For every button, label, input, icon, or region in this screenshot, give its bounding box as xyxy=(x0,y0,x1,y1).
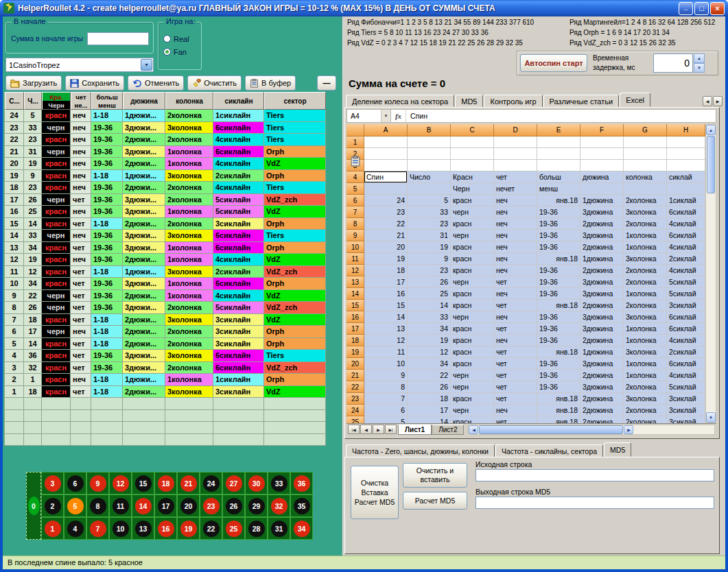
column-header-E[interactable]: E xyxy=(537,124,580,136)
board-cell-1[interactable]: 1 xyxy=(41,517,64,540)
board-cell-12[interactable]: 12 xyxy=(109,472,132,494)
board-cell-21[interactable]: 21 xyxy=(177,472,200,494)
column-header-B[interactable]: B xyxy=(408,124,451,136)
cell-C6[interactable]: красн xyxy=(451,195,494,206)
board-cell-29[interactable]: 29 xyxy=(245,494,268,517)
md5-clear-and-paste-button[interactable]: Очистить и вставить xyxy=(403,463,467,488)
scroll-up-icon[interactable]: ▲ xyxy=(706,125,716,135)
cell-C5[interactable]: Черн xyxy=(451,183,494,195)
row-header-10[interactable]: 10 xyxy=(347,241,364,253)
cell-D7[interactable]: неч xyxy=(494,206,537,218)
cell-A25[interactable]: 5 xyxy=(364,416,408,423)
board-cell-13[interactable]: 13 xyxy=(132,517,154,540)
start-sum-input[interactable] xyxy=(87,32,149,45)
row-header-21[interactable]: 21 xyxy=(347,370,364,381)
cell-B25[interactable]: 14 xyxy=(408,416,451,423)
cell-C24[interactable]: черн xyxy=(451,405,494,416)
clean-button[interactable]: Очистить xyxy=(187,75,242,91)
cell-G4[interactable]: колонка xyxy=(624,171,667,183)
column-header-D[interactable]: D xyxy=(494,124,537,136)
cell-C13[interactable]: черн xyxy=(451,276,494,288)
cell-C22[interactable]: черн xyxy=(451,381,494,393)
cell-G23[interactable]: 3колонка xyxy=(624,393,667,405)
cell-C1[interactable] xyxy=(451,136,494,148)
sheet-nav-button-3[interactable]: ▶| xyxy=(385,425,397,434)
cell-D18[interactable]: неч xyxy=(494,335,537,346)
column-header-A[interactable]: A xyxy=(364,124,408,136)
cell-C20[interactable]: красн xyxy=(451,358,494,370)
cell-D20[interactable]: чет xyxy=(494,358,537,370)
cell-B1[interactable] xyxy=(408,136,451,148)
cell-H17[interactable]: 6сиклай xyxy=(667,323,705,335)
tab-scroll-right-button[interactable]: ▶ xyxy=(713,96,723,106)
sheet-tab-Лист1[interactable]: Лист1 xyxy=(398,425,432,435)
clipboard-button[interactable]: В буфер xyxy=(245,75,296,91)
cell-C15[interactable]: красн xyxy=(451,300,494,311)
cell-F24[interactable]: 2дюжина xyxy=(580,405,624,416)
cell-C7[interactable]: черн xyxy=(451,206,494,218)
combobox-dropdown-icon[interactable]: ▼ xyxy=(141,59,152,71)
cell-F21[interactable]: 2дюжина xyxy=(580,370,624,381)
cell-C9[interactable]: черн xyxy=(451,230,494,241)
cell-B7[interactable]: 33 xyxy=(408,206,451,218)
cell-F8[interactable]: 2дюжина xyxy=(580,218,624,230)
row-header-19[interactable]: 19 xyxy=(347,346,364,358)
cell-H11[interactable]: 2сиклай xyxy=(667,253,705,265)
cell-E5[interactable]: менш xyxy=(537,183,580,195)
sheet-tab-Лист2[interactable]: Лист2 xyxy=(432,425,464,435)
cell-A3[interactable] xyxy=(364,160,408,171)
cell-E11[interactable]: янв.18 xyxy=(537,253,580,265)
maximize-button[interactable]: □ xyxy=(694,2,709,15)
tab-MD5[interactable]: MD5 xyxy=(455,95,483,107)
column-header-F[interactable]: F xyxy=(580,124,624,136)
cell-H8[interactable]: 4сиклай xyxy=(667,218,705,230)
folder-open-button[interactable]: Загрузить xyxy=(5,75,62,91)
cell-F20[interactable]: 3дюжина xyxy=(580,358,624,370)
cell-C17[interactable]: красн xyxy=(451,323,494,335)
cell-G2[interactable] xyxy=(624,148,667,160)
row-header-25[interactable]: 25 xyxy=(347,416,364,423)
tab-Частота - сиклайны, сектора[interactable]: Частота - сиклайны, сектора xyxy=(495,444,603,457)
cell-A1[interactable] xyxy=(364,136,408,148)
cell-D8[interactable]: неч xyxy=(494,218,537,230)
cell-C12[interactable]: красн xyxy=(451,265,494,276)
cell-F4[interactable]: дюжина xyxy=(580,171,624,183)
cell-E3[interactable] xyxy=(537,160,580,171)
cell-H3[interactable] xyxy=(667,160,705,171)
cell-G3[interactable] xyxy=(624,160,667,171)
board-cell-28[interactable]: 28 xyxy=(245,517,268,540)
cell-E15[interactable]: янв.18 xyxy=(537,300,580,311)
board-cell-25[interactable]: 25 xyxy=(222,517,245,540)
cell-F5[interactable] xyxy=(580,183,624,195)
cell-D5[interactable]: нечет xyxy=(494,183,537,195)
row-header-15[interactable]: 15 xyxy=(347,300,364,311)
cell-A21[interactable]: 9 xyxy=(364,370,408,381)
cell-D21[interactable]: чет xyxy=(494,370,537,381)
cell-C3[interactable] xyxy=(451,160,494,171)
title-bar[interactable]: HelperRoullet 4.2 - create helperroullet… xyxy=(0,0,728,16)
cell-A12[interactable]: 18 xyxy=(364,265,408,276)
cell-D16[interactable]: неч xyxy=(494,311,537,323)
board-cell-2[interactable]: 2 xyxy=(41,494,64,517)
cell-G25[interactable]: 2колонка xyxy=(624,416,667,423)
cell-E17[interactable]: 19-36 xyxy=(537,323,580,335)
column-header-C[interactable]: C xyxy=(451,124,494,136)
collapse-button[interactable]: — xyxy=(317,75,336,91)
cell-D4[interactable]: чет xyxy=(494,171,537,183)
board-cell-17[interactable]: 17 xyxy=(154,494,177,517)
cell-G18[interactable]: 1колонка xyxy=(624,335,667,346)
cell-G13[interactable]: 2колонка xyxy=(624,276,667,288)
delay-up-button[interactable]: ▲ xyxy=(694,53,705,63)
cell-A9[interactable]: 21 xyxy=(364,230,408,241)
cell-E13[interactable]: 19-36 xyxy=(537,276,580,288)
cell-E6[interactable]: янв.18 xyxy=(537,195,580,206)
cell-F19[interactable]: 1дюжина xyxy=(580,346,624,358)
row-header-11[interactable]: 11 xyxy=(347,253,364,265)
row-header-16[interactable]: 16 xyxy=(347,311,364,323)
cell-B14[interactable]: 25 xyxy=(408,288,451,300)
board-cell-24[interactable]: 24 xyxy=(200,472,222,494)
cell-H16[interactable]: 6сиклай xyxy=(667,311,705,323)
delay-down-button[interactable]: ▼ xyxy=(694,63,705,73)
cell-H12[interactable]: 4сиклай xyxy=(667,265,705,276)
column-header-H[interactable]: H xyxy=(667,124,705,136)
